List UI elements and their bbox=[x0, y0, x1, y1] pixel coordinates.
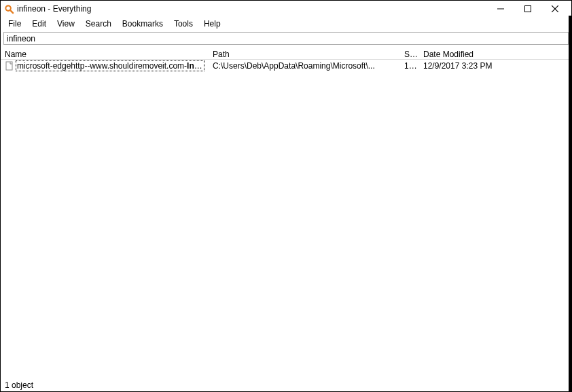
menu-view[interactable]: View bbox=[52, 18, 79, 30]
search-container bbox=[1, 31, 571, 46]
menu-tools[interactable]: Tools bbox=[169, 18, 198, 30]
status-text: 1 object bbox=[5, 380, 33, 390]
search-input[interactable] bbox=[3, 32, 569, 45]
maximize-button[interactable] bbox=[514, 1, 541, 16]
svg-rect-6 bbox=[6, 62, 12, 70]
cell-path: C:\Users\Deb\AppData\Roaming\Microsoft\.… bbox=[209, 61, 400, 71]
cell-size: 1 KB bbox=[400, 61, 419, 71]
file-icon bbox=[5, 61, 14, 71]
app-icon bbox=[3, 3, 14, 14]
column-header-path[interactable]: Path bbox=[209, 48, 400, 60]
column-header-date[interactable]: Date Modified bbox=[419, 48, 571, 60]
result-row[interactable]: microsoft-edgehttp--www.shouldiremoveit.… bbox=[1, 60, 571, 72]
svg-line-1 bbox=[10, 10, 12, 12]
menu-bookmarks[interactable]: Bookmarks bbox=[118, 18, 168, 30]
cell-date: 12/9/2017 3:23 PM bbox=[419, 61, 571, 71]
menu-edit[interactable]: Edit bbox=[27, 18, 51, 30]
close-button[interactable] bbox=[541, 1, 569, 16]
titlebar: infineon - Everything bbox=[1, 1, 571, 17]
menu-help[interactable]: Help bbox=[199, 18, 226, 30]
minimize-button[interactable] bbox=[487, 1, 514, 16]
menu-file[interactable]: File bbox=[3, 18, 26, 30]
window-title: infineon - Everything bbox=[17, 4, 487, 14]
right-border bbox=[569, 16, 571, 391]
cell-name: microsoft-edgehttp--www.shouldiremoveit.… bbox=[1, 60, 209, 71]
column-header-size[interactable]: Size bbox=[400, 48, 419, 60]
menu-search[interactable]: Search bbox=[81, 18, 116, 30]
window-controls bbox=[487, 1, 569, 16]
columns-header: Name Path Size Date Modified bbox=[1, 46, 571, 60]
results-list: microsoft-edgehttp--www.shouldiremoveit.… bbox=[1, 60, 571, 72]
menubar: File Edit View Search Bookmarks Tools He… bbox=[1, 17, 571, 31]
statusbar: 1 object bbox=[1, 379, 571, 391]
file-name: microsoft-edgehttp--www.shouldiremoveit.… bbox=[16, 60, 204, 71]
column-header-name[interactable]: Name bbox=[1, 48, 209, 60]
svg-rect-3 bbox=[525, 6, 531, 12]
